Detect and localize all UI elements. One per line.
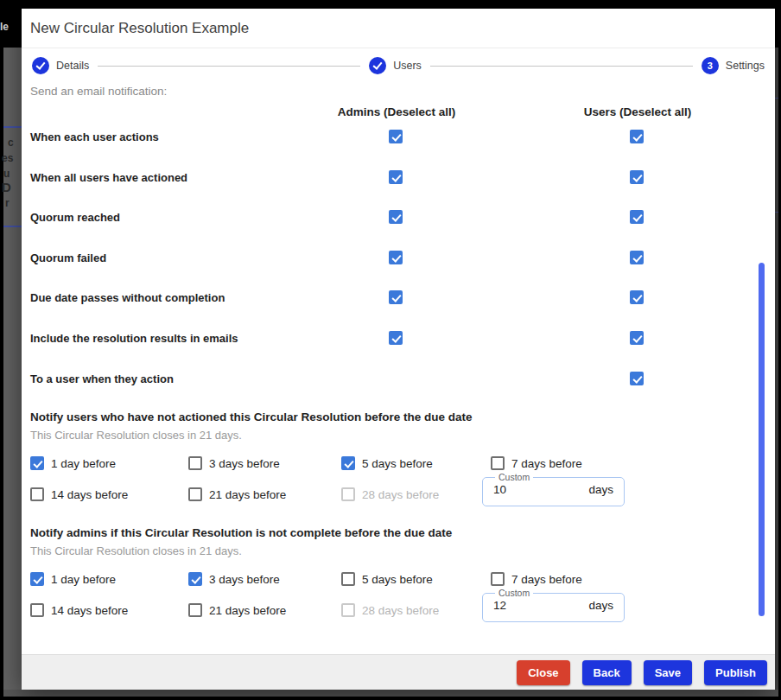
day-option[interactable]: 1 day before xyxy=(30,456,116,470)
stepper: Details Users 3 Settings xyxy=(22,48,775,83)
custom-field-label: Custom xyxy=(495,588,533,598)
day-option[interactable]: 5 days before xyxy=(341,572,433,586)
checkbox[interactable] xyxy=(341,572,355,586)
backdrop-text-fragment: le xyxy=(0,21,9,33)
day-option-disabled: 28 days before xyxy=(341,487,439,501)
users-checkbox[interactable] xyxy=(630,331,644,345)
checkbox[interactable] xyxy=(30,572,44,586)
users-checkbox[interactable] xyxy=(630,130,644,143)
day-option[interactable]: 5 days before xyxy=(341,456,433,470)
day-option[interactable]: 7 days before xyxy=(491,572,582,586)
backdrop-text-fragment: c xyxy=(8,137,14,149)
days-suffix: days xyxy=(588,483,613,496)
custom-days-input[interactable] xyxy=(493,483,554,496)
day-option[interactable]: 7 days before xyxy=(491,456,582,470)
back-button[interactable]: Back xyxy=(582,660,632,685)
save-button[interactable]: Save xyxy=(644,660,692,685)
checkbox[interactable] xyxy=(30,487,44,501)
email-option-row: When all users have actioned xyxy=(30,171,766,188)
backdrop-divider xyxy=(3,126,22,128)
users-deselect-all-header[interactable]: Users (Deselect all) xyxy=(551,105,724,118)
step-label: Settings xyxy=(726,60,765,72)
day-option-label: 5 days before xyxy=(362,457,433,470)
step-complete-check-icon xyxy=(369,57,386,74)
checkbox[interactable] xyxy=(30,603,44,617)
email-option-label: When all users have actioned xyxy=(30,171,187,184)
checkbox[interactable] xyxy=(188,572,202,586)
email-option-row: When each user actions xyxy=(30,130,766,148)
backdrop-text-fragment: D xyxy=(2,180,11,194)
close-button[interactable]: Close xyxy=(517,660,569,685)
day-option[interactable]: 3 days before xyxy=(188,456,280,470)
email-option-row: Due date passes without completion xyxy=(30,291,766,309)
notify-admins-subheading: This Circular Resolution closes in 21 da… xyxy=(30,544,242,557)
email-option-row: Quorum failed xyxy=(30,251,766,269)
custom-days-field: Custom days xyxy=(482,588,625,622)
stepper-step-users[interactable]: Users xyxy=(369,57,422,74)
checkbox[interactable] xyxy=(30,456,44,470)
publish-button[interactable]: Publish xyxy=(704,660,767,685)
backdrop-text-fragment: r xyxy=(5,197,10,209)
day-option[interactable]: 14 days before xyxy=(30,487,128,501)
admins-checkbox[interactable] xyxy=(389,130,403,143)
email-option-label: Quorum reached xyxy=(30,211,120,224)
users-checkbox[interactable] xyxy=(630,290,644,304)
day-option-label: 7 days before xyxy=(511,457,582,470)
stepper-connector xyxy=(430,66,693,67)
backdrop-text-fragment: u xyxy=(3,168,10,180)
custom-days-input[interactable] xyxy=(493,599,554,612)
checkbox xyxy=(341,487,355,501)
day-option-label: 28 days before xyxy=(362,488,439,501)
checkbox[interactable] xyxy=(341,456,355,470)
step-label: Users xyxy=(393,60,422,72)
day-option[interactable]: 21 days before xyxy=(188,603,286,617)
notify-users-heading: Notify users who have not actioned this … xyxy=(30,410,473,423)
day-option-label: 5 days before xyxy=(362,573,433,586)
notify-admins-heading: Notify admins if this Circular Resolutio… xyxy=(30,526,452,539)
users-checkbox[interactable] xyxy=(630,210,644,224)
custom-days-field: Custom days xyxy=(482,472,625,506)
checkbox[interactable] xyxy=(491,456,505,470)
email-notification-intro: Send an email notification: xyxy=(30,85,167,98)
checkbox[interactable] xyxy=(188,456,202,470)
email-option-label: Quorum failed xyxy=(30,251,106,264)
email-option-label: When each user actions xyxy=(30,130,159,143)
email-option-row: Quorum reached xyxy=(30,211,766,228)
users-checkbox[interactable] xyxy=(630,372,644,385)
day-option-disabled: 28 days before xyxy=(341,603,439,617)
step-label: Details xyxy=(56,60,89,72)
checkbox[interactable] xyxy=(188,487,202,501)
day-option[interactable]: 14 days before xyxy=(30,603,128,617)
day-option-label: 1 day before xyxy=(51,573,116,586)
users-checkbox[interactable] xyxy=(630,170,644,184)
checkbox xyxy=(341,603,355,617)
step-number-badge: 3 xyxy=(702,57,719,74)
day-option[interactable]: 3 days before xyxy=(188,572,280,586)
admins-checkbox[interactable] xyxy=(389,210,403,224)
day-option-label: 21 days before xyxy=(209,488,286,501)
day-option-label: 14 days before xyxy=(51,604,128,617)
day-option-label: 3 days before xyxy=(209,573,280,586)
dialog-title: New Circular Resolution Example xyxy=(30,20,249,37)
settings-step-content: Send an email notification: Admins (Dese… xyxy=(22,83,775,654)
email-option-label: Include the resolution results in emails xyxy=(30,332,238,345)
admins-checkbox[interactable] xyxy=(389,331,403,345)
day-option[interactable]: 1 day before xyxy=(30,572,116,586)
email-option-label: To a user when they action xyxy=(30,372,174,385)
admins-checkbox[interactable] xyxy=(389,290,403,304)
days-suffix: days xyxy=(588,599,613,612)
users-checkbox[interactable] xyxy=(630,251,644,264)
stepper-step-settings[interactable]: 3 Settings xyxy=(702,57,765,74)
admins-checkbox[interactable] xyxy=(389,170,403,184)
dialog-header: New Circular Resolution Example xyxy=(22,9,775,48)
checkbox[interactable] xyxy=(491,572,505,586)
stepper-step-details[interactable]: Details xyxy=(32,57,89,74)
checkbox[interactable] xyxy=(188,603,202,617)
new-circular-resolution-dialog: New Circular Resolution Example Details … xyxy=(22,9,775,690)
step-complete-check-icon xyxy=(32,57,49,74)
admins-checkbox[interactable] xyxy=(389,251,403,264)
scrollbar-thumb[interactable] xyxy=(759,263,765,616)
admins-deselect-all-header[interactable]: Admins (Deselect all) xyxy=(310,105,483,118)
day-option-label: 28 days before xyxy=(362,604,439,617)
day-option[interactable]: 21 days before xyxy=(188,487,286,501)
